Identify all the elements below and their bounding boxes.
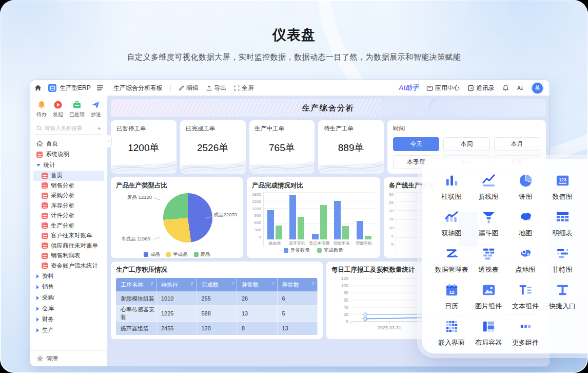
edit-button[interactable]: 编辑 bbox=[179, 84, 199, 92]
widget-折线图[interactable]: 折线图 bbox=[470, 173, 507, 201]
widget-数据管理表[interactable]: 数据管理表 bbox=[433, 246, 470, 274]
contacts-button[interactable]: 通讯录 bbox=[467, 84, 495, 92]
legend-label: 异常数量 bbox=[290, 247, 310, 254]
quick-action-已处理[interactable]: 已处理 bbox=[69, 100, 85, 118]
sort-icon[interactable]: ↓↑ bbox=[271, 281, 273, 286]
sidebar-item-销售分析[interactable]: 销售分析 bbox=[33, 181, 104, 191]
sidebar-item-财务[interactable]: 财务 bbox=[33, 314, 104, 325]
dot-map-icon bbox=[518, 246, 534, 262]
sidebar-item-系统说明[interactable]: 系统说明 bbox=[33, 149, 104, 160]
sort-icon[interactable]: ↓↑ bbox=[231, 281, 233, 286]
calendar-icon: 12 bbox=[444, 282, 460, 298]
search-box[interactable]: 请输入名称搜索 + bbox=[35, 122, 102, 135]
widget-饼图[interactable]: 饼图 bbox=[507, 173, 544, 201]
sidebar-item-统计[interactable]: 统计 bbox=[33, 160, 104, 171]
sidebar-item-采购[interactable]: 采购 bbox=[33, 292, 104, 303]
sidebar-item-销售[interactable]: 销售 bbox=[33, 282, 104, 292]
widget-布局容器[interactable]: 布局容器 bbox=[470, 319, 507, 347]
widget-点地图[interactable]: 点地图 bbox=[507, 246, 544, 274]
export-button[interactable]: 导出 bbox=[206, 84, 226, 92]
table-cell: 6 bbox=[277, 292, 318, 306]
bar-完成数量 bbox=[320, 205, 327, 239]
sidebar-item-首页[interactable]: 首页 bbox=[33, 171, 104, 181]
stat-card-label: 已完成工单 bbox=[186, 125, 240, 133]
quick-action-发起[interactable]: 发起 bbox=[53, 100, 63, 118]
x-axis-label: 路由器 bbox=[269, 240, 281, 246]
quick-action-label: 抄送 bbox=[91, 111, 101, 118]
ai-assistant-button[interactable]: AI助手 bbox=[399, 83, 419, 92]
y-axis-ticks: 302520151050 bbox=[389, 192, 396, 254]
wave-decoration bbox=[111, 153, 177, 174]
x-axis-label: 笔记本电脑 bbox=[309, 240, 329, 246]
sort-icon[interactable]: ↓↑ bbox=[191, 281, 193, 286]
user-avatar[interactable]: 英 bbox=[532, 83, 543, 94]
svg-text:80: 80 bbox=[344, 290, 349, 295]
notification-bell-icon[interactable] bbox=[502, 84, 509, 91]
sort-icon[interactable]: ↓↑ bbox=[150, 281, 152, 286]
app-center-button[interactable]: 应用中心 bbox=[426, 84, 460, 92]
column-header-label: 待执行 bbox=[161, 282, 178, 288]
widget-地图[interactable]: 地图 bbox=[507, 209, 544, 238]
column-header-待执行[interactable]: 待执行↓↑ bbox=[156, 278, 197, 292]
widget-图片组件[interactable]: 图片组件 bbox=[470, 282, 507, 311]
widget-嵌入界面[interactable]: 嵌入界面 bbox=[433, 319, 470, 347]
bar-异常数量 bbox=[267, 210, 274, 239]
sidebar-item-首页[interactable]: 首页 bbox=[33, 138, 104, 149]
widget-快捷入口[interactable]: 快捷入口 bbox=[544, 282, 581, 311]
funnel-icon bbox=[481, 209, 497, 225]
time-filter-本周[interactable]: 本周 bbox=[443, 137, 489, 151]
home-icon[interactable] bbox=[34, 84, 42, 91]
widget-更多组件[interactable]: 更多组件 bbox=[507, 319, 544, 347]
column-header-异常数[interactable]: 异常数↓↑ bbox=[237, 278, 278, 292]
translate-icon[interactable]: A bbox=[517, 85, 524, 91]
stat-card-value: 1200单 bbox=[116, 141, 171, 155]
y-tick-label: 15 bbox=[389, 217, 394, 221]
erp-app-icon bbox=[48, 84, 56, 92]
widget-明细表[interactable]: 明细表 bbox=[544, 209, 581, 238]
time-filter-本月[interactable]: 本月 bbox=[494, 137, 540, 151]
sidebar-item-库存分析[interactable]: 库存分析 bbox=[33, 201, 104, 211]
widget-漏斗图[interactable]: 漏斗图 bbox=[470, 209, 507, 238]
column-header-工序名称[interactable]: 工序名称↓↑ bbox=[116, 278, 156, 292]
sidebar-item-仓库[interactable]: 仓库 bbox=[33, 303, 104, 314]
column-header-完成数[interactable]: 完成数↓↑ bbox=[197, 278, 237, 292]
quick-action-待办[interactable]: 待办 bbox=[36, 100, 47, 118]
bar-完成数量 bbox=[342, 226, 349, 239]
manage-button[interactable]: 管理 bbox=[30, 350, 107, 366]
pie-chart-panel: 产品生产类型占比 成品22070 废品 12120 半成品 11980 成品半成… bbox=[111, 177, 243, 258]
bar-group-蓝牙耳机: 蓝牙耳机 bbox=[289, 192, 304, 239]
sidebar-item-生产分析[interactable]: 生产分析 bbox=[33, 221, 104, 231]
add-button[interactable]: + bbox=[97, 124, 101, 132]
widget-文本组件[interactable]: 文本组件 bbox=[507, 282, 544, 311]
sort-icon[interactable]: ↓↑ bbox=[311, 281, 313, 286]
fullscreen-button[interactable]: 全屏 bbox=[234, 84, 254, 92]
table-cell: 120 bbox=[197, 322, 237, 335]
column-header-异常数[interactable]: 异常数↓↑ bbox=[277, 278, 318, 292]
widget-日历[interactable]: 12日历 bbox=[433, 282, 470, 311]
pie-callout-topleft: 废品 12120 bbox=[127, 194, 152, 201]
sidebar-item-销售利润表[interactable]: 销售利润表 bbox=[33, 251, 104, 261]
time-filter-今天[interactable]: 今天 bbox=[393, 137, 439, 151]
bar-完成数量 bbox=[276, 226, 282, 239]
sidebar-item-计件分析[interactable]: 计件分析 bbox=[33, 211, 104, 221]
widget-柱状图[interactable]: 柱状图 bbox=[433, 173, 470, 201]
dual-axis-icon bbox=[444, 209, 460, 225]
sidebar-collapse-handle[interactable]: ‹ bbox=[107, 135, 112, 148]
table-cell: 13 bbox=[277, 322, 318, 335]
pie-chart: 成品22070 废品 12120 半成品 11980 bbox=[116, 190, 238, 252]
sidebar-item-资金账户流水统计[interactable]: 资金账户流水统计 bbox=[33, 261, 104, 271]
pie-chart-title: 产品生产类型占比 bbox=[116, 181, 238, 190]
y-tick-label: 20 bbox=[389, 209, 394, 213]
sidebar-item-生产[interactable]: 生产 bbox=[33, 325, 104, 335]
widget-双轴图[interactable]: 双轴图 bbox=[433, 209, 470, 238]
quick-action-抄送[interactable]: 抄送 bbox=[91, 100, 101, 118]
sidebar-item-供应商往来对账单[interactable]: 供应商往来对账单 bbox=[33, 241, 104, 251]
widget-透视表[interactable]: 透视表 bbox=[470, 246, 507, 274]
sidebar-item-客户往来对账单[interactable]: 客户往来对账单 bbox=[33, 231, 104, 241]
sidebar-item-资料[interactable]: 资料 bbox=[33, 271, 104, 282]
widget-数值图[interactable]: 123数值图 bbox=[544, 173, 581, 201]
widget-甘特图[interactable]: 甘特图 bbox=[544, 246, 581, 274]
sidebar-item-采购分析[interactable]: 采购分析 bbox=[33, 191, 104, 201]
hamburger-menu-icon[interactable] bbox=[97, 85, 103, 90]
stat-card-value: 2526单 bbox=[186, 141, 240, 155]
